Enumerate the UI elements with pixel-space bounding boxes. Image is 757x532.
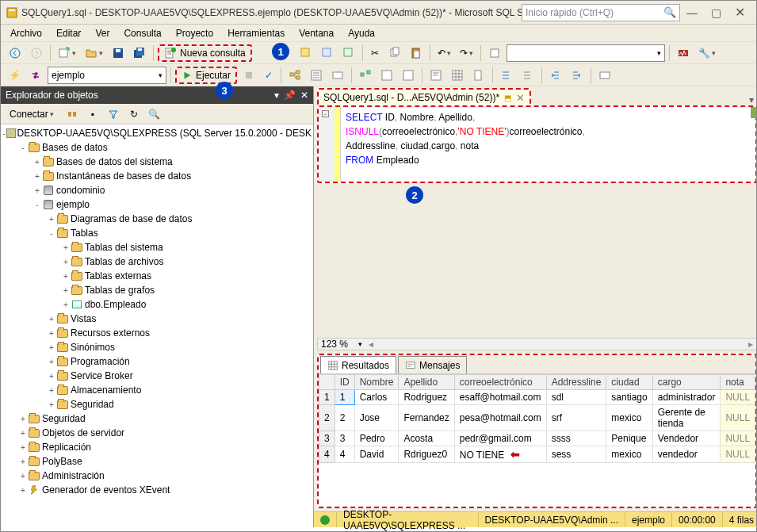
tree-item[interactable]: +Generador de eventos XEvent xyxy=(1,483,313,497)
tree-item[interactable]: +Service Broker xyxy=(1,369,313,383)
column-header[interactable]: cargo xyxy=(652,375,721,390)
cell[interactable]: Rdriguez0 xyxy=(399,446,454,463)
maximize-button[interactable]: ▢ xyxy=(704,6,728,19)
stop2-button[interactable]: ▪ xyxy=(85,105,101,123)
editor-tab[interactable]: SQLQuery1.sql - D...AE5VQ\Admin (52))* ⬒… xyxy=(317,88,531,105)
tree-item[interactable]: +condominio xyxy=(1,183,313,197)
filter-button[interactable] xyxy=(104,105,123,123)
table-row[interactable]: 11CarlosRodriguezesaff@hotmail.comsdlsan… xyxy=(319,390,755,405)
find-button[interactable] xyxy=(485,44,504,62)
editor-scrollbar[interactable]: 123 %▾ ◂ ▸ xyxy=(317,338,757,350)
column-header[interactable]: ciudad xyxy=(606,375,652,390)
tree[interactable]: -DESKTOP-UAAE5VQ\SQLEXPRESS (SQL Server … xyxy=(1,124,313,527)
tab-resultados[interactable]: Resultados xyxy=(320,356,396,373)
tree-twisty[interactable]: + xyxy=(61,272,71,281)
dax-query-button[interactable] xyxy=(339,44,358,62)
collapse-icon[interactable]: - xyxy=(322,110,329,117)
save-button[interactable] xyxy=(109,44,128,62)
cell[interactable]: Rodriguez xyxy=(399,390,454,405)
menu-ayuda[interactable]: Ayuda xyxy=(342,26,381,40)
copy-button[interactable] xyxy=(385,44,404,62)
tree-item[interactable]: -Bases de datos xyxy=(1,140,313,155)
menu-herramientas[interactable]: Herramientas xyxy=(221,26,291,40)
tree-item[interactable]: +Almacenamiento xyxy=(1,383,313,397)
menu-proyecto[interactable]: Proyecto xyxy=(170,26,220,40)
sql-editor[interactable]: - SELECT ID, Nombre, Apellido, ISNULL(co… xyxy=(317,105,757,183)
editor-text[interactable]: SELECT ID, Nombre, Apellido, ISNULL(corr… xyxy=(341,107,755,182)
cell[interactable]: Jose xyxy=(354,405,399,431)
solution-combo[interactable]: ▾ xyxy=(507,44,665,62)
column-header[interactable]: Apellido xyxy=(399,375,454,390)
tree-twisty[interactable]: + xyxy=(47,215,56,224)
indent-button[interactable] xyxy=(546,67,565,84)
cell[interactable]: Acosta xyxy=(399,431,454,446)
tree-twisty[interactable]: + xyxy=(18,486,28,495)
tree-twisty[interactable]: + xyxy=(61,300,71,309)
new-query-button[interactable]: Nueva consulta xyxy=(158,44,252,62)
cell[interactable]: 4 xyxy=(335,446,354,463)
table-row[interactable]: 33PedroAcostapedr@gmail.comssssPeniqueVe… xyxy=(319,431,755,446)
tree-item[interactable]: +Vistas xyxy=(1,312,313,326)
client-stats-button[interactable] xyxy=(399,67,418,84)
cell[interactable]: pedr@gmail.com xyxy=(454,431,546,446)
menu-consulta[interactable]: Consulta xyxy=(117,26,167,40)
cell[interactable]: Fernandez xyxy=(399,405,454,431)
tree-item[interactable]: -ejemplo xyxy=(1,197,313,212)
activity-monitor-button[interactable] xyxy=(674,44,693,62)
tree-item[interactable]: +Tablas del sistema xyxy=(1,240,313,255)
tree-twisty[interactable]: + xyxy=(18,443,28,452)
minimize-button[interactable]: — xyxy=(680,6,704,19)
as-query-button[interactable] xyxy=(296,44,315,62)
close-tab-icon[interactable]: ✕ xyxy=(516,92,525,104)
estimated-plan-button[interactable] xyxy=(285,67,304,84)
paste-button[interactable] xyxy=(407,44,426,62)
tree-item[interactable]: +Seguridad xyxy=(1,397,313,411)
cell[interactable]: David xyxy=(354,446,399,463)
column-header[interactable]: Addressline xyxy=(546,375,606,390)
tree-item[interactable]: +Recursos externos xyxy=(1,326,313,340)
change-connection-button[interactable] xyxy=(26,67,45,84)
outdent-button[interactable] xyxy=(568,67,587,84)
cell[interactable]: vendedor xyxy=(652,446,721,463)
tree-item[interactable]: +Administración xyxy=(1,469,313,483)
results-file-button[interactable] xyxy=(469,67,488,84)
connect-button[interactable]: Conectar ▾ xyxy=(4,105,59,123)
cell[interactable]: NO TIENE ⬅ xyxy=(454,446,546,463)
tree-twisty[interactable]: - xyxy=(32,201,42,209)
column-header[interactable]: Nombre xyxy=(354,375,399,390)
intellisense-button[interactable] xyxy=(328,67,347,84)
scroll-right-icon[interactable]: ▸ xyxy=(745,339,756,350)
tree-twisty[interactable]: + xyxy=(61,243,71,252)
parse-button[interactable]: ✓ xyxy=(261,67,277,84)
cell[interactable]: administrador xyxy=(652,390,721,405)
tree-twisty[interactable]: - xyxy=(18,144,28,152)
pin-icon[interactable]: 📌 xyxy=(284,90,296,101)
comment-button[interactable] xyxy=(497,67,516,84)
split-handle[interactable] xyxy=(751,107,757,118)
cell[interactable]: Gerente de tienda xyxy=(652,405,721,431)
table-row[interactable]: 44DavidRdriguez0NO TIENE ⬅sessmexicovend… xyxy=(319,446,755,463)
tree-item[interactable]: +dbo.Empleado xyxy=(1,297,313,312)
back-button[interactable] xyxy=(6,44,25,62)
refresh-button[interactable]: ↻ xyxy=(126,105,142,123)
tree-twisty[interactable]: + xyxy=(47,358,56,366)
tree-twisty[interactable]: + xyxy=(47,400,56,409)
cell[interactable]: 2 xyxy=(335,405,354,431)
cell[interactable]: mexico xyxy=(606,446,652,463)
tree-twisty[interactable]: + xyxy=(18,457,28,466)
cell[interactable]: srf xyxy=(546,405,606,431)
cell[interactable]: ssss xyxy=(546,431,606,446)
tree-twisty[interactable]: + xyxy=(32,186,42,195)
new-project-button[interactable]: ▾ xyxy=(55,44,79,62)
tools-button[interactable]: 🔧▾ xyxy=(695,44,719,62)
tab-mensajes[interactable]: Mensajes xyxy=(398,356,467,373)
search2-button[interactable]: 🔍 xyxy=(145,105,163,123)
cell[interactable]: Vendedor xyxy=(652,431,721,446)
execute-button[interactable]: Ejecutar xyxy=(175,67,237,84)
cell[interactable]: santiago xyxy=(606,390,652,405)
tree-item[interactable]: +Tablas externas xyxy=(1,269,313,283)
use-db-hint-button[interactable]: ⚡ xyxy=(6,67,24,84)
cell[interactable]: 1 xyxy=(335,390,354,405)
disconnect-button[interactable] xyxy=(63,105,82,123)
pin-tab-icon[interactable]: ⬒ xyxy=(504,94,511,102)
